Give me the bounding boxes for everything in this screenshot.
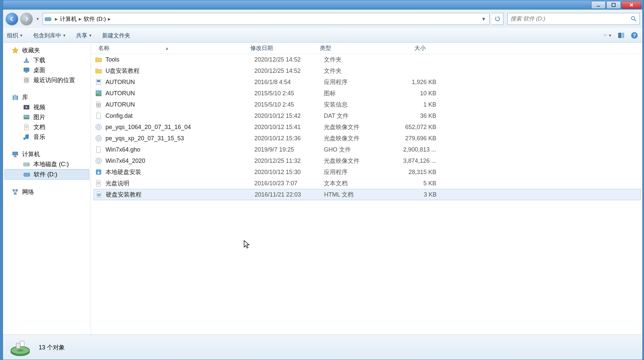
file-size: 1 KB: [393, 101, 436, 108]
column-header-size[interactable]: 大小: [386, 44, 429, 52]
breadcrumb-current[interactable]: 软件 (D:): [84, 15, 106, 23]
sidebar-item-downloads[interactable]: 下载: [3, 55, 91, 65]
file-date: 2016/1/8 4:54: [254, 79, 324, 86]
breadcrumb-computer[interactable]: 计算机: [60, 15, 77, 23]
svg-rect-28: [25, 128, 27, 128]
sidebar-computer-header[interactable]: 计算机: [3, 149, 91, 159]
file-size: 1,926 KB: [393, 79, 436, 86]
svg-rect-41: [97, 83, 100, 84]
file-type: 应用程序: [324, 168, 393, 176]
svg-rect-55: [97, 184, 99, 184]
svg-rect-16: [24, 68, 29, 71]
svg-point-4: [631, 17, 635, 20]
file-row[interactable]: AUTORUN2016/1/8 4:54应用程序1,926 KB: [91, 76, 642, 88]
svg-rect-38: [14, 193, 17, 195]
sidebar-favorites-header[interactable]: 收藏夹: [3, 45, 91, 55]
svg-rect-26: [25, 126, 28, 126]
file-row[interactable]: Tools2020/12/25 14:52文件夹: [91, 54, 642, 65]
file-type: 文件夹: [324, 67, 393, 75]
sidebar-item-drive-d[interactable]: 软件 (D:): [4, 169, 89, 180]
file-list[interactable]: Tools2020/12/25 14:52文件夹U盘安装教程2020/12/25…: [91, 54, 642, 335]
svg-text:?: ?: [633, 32, 636, 38]
file-type-icon: [95, 101, 102, 108]
include-in-library-menu[interactable]: 包含到库中 ▼: [33, 32, 66, 39]
file-row[interactable]: 本地硬盘安装2020/10/12 15:30应用程序28,315 KB: [91, 166, 642, 178]
nav-history-dropdown[interactable]: ▼: [35, 17, 41, 21]
svg-rect-40: [97, 80, 100, 82]
column-header-name[interactable]: 名称▲: [95, 44, 247, 52]
sidebar-item-desktop[interactable]: 桌面: [3, 65, 91, 75]
svg-rect-17: [25, 72, 27, 73]
file-name: U盘安装教程: [106, 67, 254, 75]
organize-menu[interactable]: 组织 ▼: [7, 32, 23, 39]
breadcrumb-sep-icon: ▸: [55, 16, 58, 22]
sidebar-item-drive-c[interactable]: 本地磁盘 (C:): [3, 159, 91, 169]
maximize-button[interactable]: [606, 1, 621, 9]
svg-rect-11: [618, 33, 622, 38]
file-row[interactable]: pe_yqs_xp_20_07_31_15_532020/10/12 15:36…: [91, 133, 642, 144]
help-button[interactable]: ?: [630, 31, 638, 39]
desktop-icon: [23, 67, 30, 74]
file-type-icon: [95, 78, 102, 86]
file-size: 652,072 KB: [393, 124, 436, 131]
minimize-button[interactable]: [591, 1, 606, 9]
file-type: 应用程序: [324, 78, 393, 86]
svg-rect-22: [17, 96, 18, 100]
file-row[interactable]: Config.dat2020/10/12 15:42DAT 文件36 KB: [91, 110, 642, 121]
file-name: AUTORUN: [106, 79, 254, 86]
file-type-icon: [95, 146, 102, 153]
forward-button[interactable]: [20, 13, 33, 25]
sidebar-libraries-header[interactable]: 库: [3, 92, 91, 102]
view-mode-button[interactable]: ▼: [604, 31, 612, 39]
sidebar-item-videos[interactable]: 视频: [3, 102, 91, 112]
svg-rect-21: [15, 95, 16, 100]
svg-point-33: [28, 164, 29, 165]
address-dropdown-icon[interactable]: ▾: [480, 16, 488, 22]
svg-rect-54: [97, 183, 100, 183]
file-row[interactable]: AUTORUN2015/5/10 2:45安装信息1 KB: [91, 99, 642, 110]
file-row[interactable]: AUTORUN2015/5/10 2:45图标10 KB: [91, 88, 642, 99]
column-header-date[interactable]: 修改日期: [247, 44, 317, 52]
file-row[interactable]: 硬盘安装教程2016/11/21 22:03HTML 文档3 KB: [94, 189, 641, 200]
back-button[interactable]: [6, 13, 18, 25]
music-icon: [23, 133, 30, 141]
file-row[interactable]: U盘安装教程2020/12/25 14:52文件夹: [91, 65, 642, 76]
search-input[interactable]: [510, 16, 631, 22]
preview-pane-button[interactable]: [617, 31, 625, 39]
column-header-type[interactable]: 类型: [317, 44, 386, 52]
sidebar-item-recent[interactable]: 最近访问的位置: [3, 75, 91, 85]
file-type-icon: [95, 112, 102, 119]
svg-point-43: [97, 92, 98, 93]
search-box[interactable]: [507, 13, 640, 25]
video-icon: [23, 104, 30, 111]
picture-icon: [23, 113, 30, 121]
file-row[interactable]: 光盘说明2016/10/23 7:07文本文档5 KB: [91, 178, 642, 189]
close-button[interactable]: [622, 1, 641, 9]
file-type-icon: [95, 123, 102, 131]
file-type: 文本文档: [324, 179, 393, 187]
file-type: 光盘映像文件: [324, 157, 393, 165]
breadcrumb-sep-icon: ▸: [79, 16, 82, 22]
sidebar-item-documents[interactable]: 文档: [3, 122, 91, 132]
sidebar-network-header[interactable]: 网络: [3, 187, 91, 197]
file-name: AUTORUN: [106, 90, 254, 97]
file-date: 2020/10/12 15:41: [254, 124, 324, 131]
file-size: 36 KB: [393, 112, 436, 119]
new-folder-button[interactable]: 新建文件夹: [102, 32, 130, 39]
address-bar[interactable]: ▸ 计算机 ▸ 软件 (D:) ▸ ▾: [43, 13, 490, 25]
file-date: 2019/9/7 19:25: [254, 146, 324, 153]
file-size: 3,874,126 ...: [393, 158, 436, 164]
sidebar-item-music[interactable]: 音乐: [3, 132, 91, 142]
navigation-bar: ▼ ▸ 计算机 ▸ 软件 (D:) ▸ ▾: [3, 10, 642, 28]
file-row[interactable]: pe_yqs_1064_20_07_31_16_042020/10/12 15:…: [91, 121, 642, 133]
file-date: 2020/12/25 11:32: [254, 158, 324, 164]
file-size: 279,696 KB: [393, 135, 436, 142]
sidebar-item-pictures[interactable]: 图片: [3, 112, 91, 122]
file-name: Win7x64_2020: [106, 158, 254, 164]
share-menu[interactable]: 共享 ▼: [76, 32, 92, 39]
file-date: 2020/12/25 14:52: [254, 56, 324, 63]
file-row[interactable]: Win7x64.gho2019/9/7 19:25GHO 文件2,900,813…: [91, 144, 642, 155]
file-row[interactable]: Win7x64_20202020/12/25 11:32光盘映像文件3,874,…: [91, 155, 642, 166]
svg-point-47: [98, 126, 100, 128]
refresh-button[interactable]: [492, 13, 503, 25]
